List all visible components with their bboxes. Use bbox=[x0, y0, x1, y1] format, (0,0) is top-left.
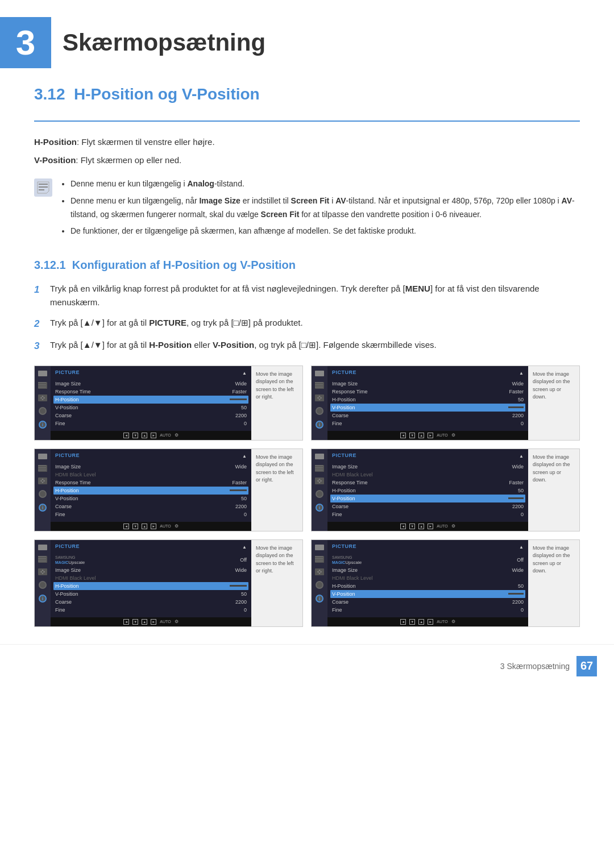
menu-row: Coarse2200 bbox=[332, 598, 524, 606]
gear-label: ⚙ bbox=[175, 524, 179, 529]
menu-value: 2200 bbox=[235, 413, 247, 418]
menu-label: Coarse bbox=[332, 599, 349, 605]
menu-value: 2200 bbox=[235, 504, 247, 509]
nav-btn-up: ▲ bbox=[142, 524, 147, 529]
lines-icon bbox=[38, 465, 47, 472]
section-divider bbox=[34, 121, 580, 122]
footer-page-number: 67 bbox=[576, 656, 597, 676]
menu-label: Image Size bbox=[332, 464, 358, 470]
menu-arrow: ▲ bbox=[242, 454, 247, 459]
menu-row: Image SizeWide bbox=[332, 380, 524, 388]
page-footer: 3 Skærmopsætning 67 bbox=[0, 644, 614, 688]
menu-value: 50 bbox=[241, 405, 247, 410]
svg-marker-23 bbox=[44, 571, 45, 572]
chapter-number-box: 3 bbox=[0, 17, 51, 68]
menu-row: Coarse2200 bbox=[55, 412, 247, 420]
nav-btn-down: ▼ bbox=[409, 524, 415, 529]
screen-bottom-bar: ◄ ▼ ▲ ► AUTO ⚙ bbox=[51, 522, 251, 531]
info-icon: i bbox=[39, 504, 47, 512]
lines-icon bbox=[38, 382, 47, 389]
menu-row: H-Position bbox=[53, 582, 248, 590]
svg-marker-15 bbox=[44, 480, 45, 481]
menu-row: H-Position bbox=[53, 396, 248, 404]
nav-btn-right: ► bbox=[428, 524, 433, 529]
menu-value: Wide bbox=[512, 567, 524, 573]
menu-value: Wide bbox=[235, 381, 247, 387]
svg-marker-16 bbox=[318, 478, 320, 480]
menu-row: Image SizeWide bbox=[332, 566, 524, 574]
menu-value: 0 bbox=[521, 421, 524, 426]
menu-arrow: ▲ bbox=[519, 545, 524, 550]
nav-btn-right: ► bbox=[151, 619, 156, 625]
chapter-title: Skærmopsætning bbox=[63, 29, 265, 56]
lines-icon bbox=[315, 382, 324, 389]
nav-btn-down: ▼ bbox=[409, 433, 415, 438]
auto-label: AUTO bbox=[160, 433, 171, 437]
nav-btn-left: ◄ bbox=[400, 433, 406, 438]
menu-label: Coarse bbox=[332, 504, 349, 509]
svg-marker-5 bbox=[42, 398, 43, 400]
note-block: Denne menu er kun tilgængelig i Analog-t… bbox=[34, 177, 580, 242]
menu-title: PICTURE bbox=[55, 543, 80, 549]
nav-btn-up: ▲ bbox=[418, 619, 424, 625]
menu-row: SAMSUNGMAGICUpscaleOff bbox=[55, 554, 247, 566]
info-icon: i bbox=[316, 595, 323, 603]
svg-marker-11 bbox=[321, 397, 322, 398]
menu-arrow: ▲ bbox=[519, 454, 524, 459]
svg-marker-20 bbox=[42, 569, 43, 571]
gear-label: ⚙ bbox=[451, 524, 455, 529]
arrows-icon bbox=[315, 394, 324, 401]
menu-label: Response Time bbox=[55, 389, 91, 394]
auto-label: AUTO bbox=[160, 524, 171, 528]
screen-panel-mid-left: i PICTURE▲Image SizeWideHDMI Black Level… bbox=[34, 448, 303, 531]
menu-value: 2200 bbox=[235, 599, 247, 605]
menu-row: Response TimeFaster bbox=[55, 479, 247, 487]
menu-label: Response Time bbox=[55, 480, 91, 485]
note-item-3: De funktioner, der er tilgængelige på sk… bbox=[70, 225, 580, 238]
nav-btn-up: ▲ bbox=[418, 433, 424, 438]
screen-sidebar: i bbox=[35, 366, 51, 440]
gear-icon bbox=[316, 407, 323, 415]
menu-label: H-Position bbox=[332, 583, 356, 589]
screen-panel-bot-left: i PICTURE▲SAMSUNGMAGICUpscaleOffImage Si… bbox=[34, 539, 303, 627]
auto-label: AUTO bbox=[437, 524, 447, 528]
tv-icon bbox=[315, 545, 324, 550]
menu-label: HDMI Black Level bbox=[55, 575, 96, 581]
screen-sidebar: i bbox=[312, 540, 327, 626]
menu-label: Image Size bbox=[55, 464, 81, 470]
menu-row: Fine0 bbox=[55, 510, 247, 518]
nav-btn-down: ▼ bbox=[409, 619, 415, 625]
menu-value: 50 bbox=[518, 488, 524, 493]
menu-label: Fine bbox=[55, 512, 65, 517]
menu-row: Coarse2200 bbox=[55, 502, 247, 510]
menu-row: Image SizeWide bbox=[332, 463, 524, 471]
menu-label: H-Position bbox=[332, 488, 356, 493]
note-item-1: Denne menu er kun tilgængelig i Analog-t… bbox=[70, 177, 580, 191]
svg-marker-12 bbox=[42, 478, 43, 480]
gear-label: ⚙ bbox=[451, 433, 455, 438]
menu-row: Fine0 bbox=[332, 420, 524, 427]
screen-main: PICTURE▲Image SizeWideResponse TimeFaste… bbox=[327, 366, 528, 431]
screen-main: PICTURE▲SAMSUNGMAGICUpscaleOffImage Size… bbox=[51, 540, 251, 617]
menu-title: PICTURE bbox=[55, 452, 80, 458]
tv-icon bbox=[38, 371, 47, 376]
nav-btn-left: ◄ bbox=[123, 619, 129, 625]
menu-label: SAMSUNGMAGICUpscale bbox=[332, 555, 362, 565]
menu-label: Image Size bbox=[55, 381, 81, 387]
menu-title: PICTURE bbox=[332, 369, 356, 375]
menu-label: Image Size bbox=[55, 567, 81, 573]
gear-icon bbox=[39, 407, 47, 415]
auto-label: AUTO bbox=[437, 620, 447, 624]
screen-hint: Move the image displayed on the screen u… bbox=[528, 540, 579, 626]
note-icon bbox=[34, 178, 52, 197]
screen-main: PICTURE▲Image SizeWideResponse TimeFaste… bbox=[51, 366, 251, 431]
menu-label: H-Position bbox=[55, 488, 79, 493]
nav-btn-left: ◄ bbox=[123, 524, 129, 529]
screen-main: PICTURE▲SAMSUNGMAGICUpscaleOffImage Size… bbox=[327, 540, 528, 617]
menu-label: Coarse bbox=[332, 413, 349, 418]
svg-marker-19 bbox=[321, 480, 322, 481]
svg-marker-4 bbox=[42, 395, 43, 397]
step-1: 1 Tryk på en vilkårlig knap forrest på p… bbox=[34, 282, 580, 309]
screen-bottom-bar: ◄ ▼ ▲ ► AUTO ⚙ bbox=[327, 431, 528, 440]
menu-value: 0 bbox=[244, 607, 247, 613]
